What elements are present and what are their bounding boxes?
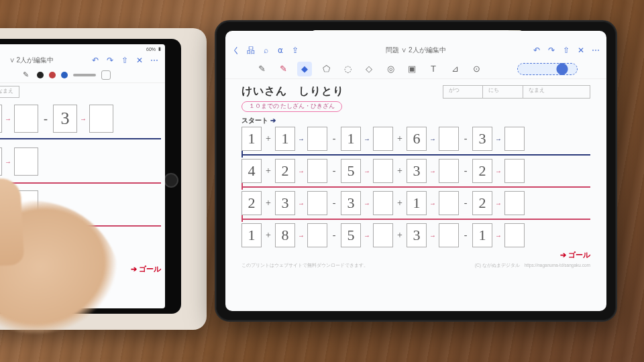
thickness-slider[interactable] xyxy=(73,74,96,76)
connector-line xyxy=(241,154,590,156)
digit-box[interactable]: 1 xyxy=(341,127,361,151)
back-icon[interactable]: く xyxy=(232,46,240,54)
export-icon[interactable]: ⇧ xyxy=(562,46,570,54)
elements-tool[interactable]: ◎ xyxy=(383,62,398,76)
digit-box[interactable] xyxy=(504,127,525,151)
digit-box[interactable]: 6 xyxy=(0,105,2,133)
close-icon[interactable]: ✕ xyxy=(577,46,585,54)
digit-box[interactable] xyxy=(439,127,459,151)
digit-box[interactable]: 2 xyxy=(472,191,492,215)
operator: + xyxy=(264,230,273,241)
day-cell[interactable]: にち xyxy=(483,85,523,99)
digit-box[interactable]: 4 xyxy=(241,159,262,183)
more-icon[interactable]: ⋯ xyxy=(592,46,600,54)
digit-box[interactable]: 3 xyxy=(407,223,427,247)
digit-box[interactable] xyxy=(504,191,525,215)
more-icon[interactable]: ⋯ xyxy=(150,56,158,64)
swatch-red[interactable] xyxy=(49,72,56,78)
digit-box[interactable] xyxy=(307,159,327,183)
digit-box[interactable] xyxy=(373,127,393,151)
footer-right: (C) ながぬまデジタル https://naganuma-td/sangaku… xyxy=(475,263,590,269)
export-icon[interactable]: ⇧ xyxy=(121,56,129,64)
left-topbar: ∨ 2人が編集中 ↶ ↷ ⇧ ✕ ⋯ xyxy=(0,54,165,67)
search-icon[interactable]: ⌕ xyxy=(262,46,270,54)
right-topbar: く 品 ⌕ ⍺ ⇪ 問題 ∨ 2人が編集中 ↶ ↷ ⇧ ✕ ⋯ xyxy=(225,42,606,59)
name-box: がつ にち なまえ xyxy=(443,85,590,99)
swatch-blue[interactable] xyxy=(61,72,68,78)
doc-title[interactable]: 問題 ∨ 2人が編集中 xyxy=(299,46,533,55)
grid-icon[interactable]: 品 xyxy=(247,46,255,54)
close-icon[interactable]: ✕ xyxy=(136,56,144,64)
pointer-tool[interactable]: ⊙ xyxy=(469,62,484,76)
redo-icon[interactable]: ↷ xyxy=(547,46,555,54)
connector-line xyxy=(241,219,590,220)
opacity-icon[interactable] xyxy=(101,70,111,80)
digit-box[interactable]: 1 xyxy=(275,127,295,151)
digit-box[interactable]: 3 xyxy=(472,127,492,151)
digit-box[interactable]: 1 xyxy=(241,223,262,247)
digit-box[interactable] xyxy=(504,223,525,247)
arrow-icon: → xyxy=(4,115,12,123)
pen-tool[interactable]: ✎ xyxy=(254,62,269,76)
digit-box[interactable]: 3 xyxy=(275,191,295,215)
right-tablet: く 品 ⌕ ⍺ ⇪ 問題 ∨ 2人が編集中 ↶ ↷ ⇧ ✕ ⋯ ✎ ✎ ◆ ⬠ … xyxy=(215,20,617,322)
eraser-tool[interactable]: ⬠ xyxy=(319,62,333,76)
digit-box[interactable] xyxy=(439,159,459,183)
undo-icon[interactable]: ↶ xyxy=(533,46,541,54)
pen-tool-2[interactable]: ✎ xyxy=(276,62,290,76)
digit-box[interactable] xyxy=(373,223,393,247)
digit-box[interactable] xyxy=(14,147,38,176)
swatch-black[interactable] xyxy=(37,72,44,78)
undo-icon[interactable]: ↶ xyxy=(91,56,99,64)
text-tool[interactable]: T xyxy=(426,62,441,76)
arrow-icon: → xyxy=(429,168,437,175)
digit-box[interactable] xyxy=(439,223,459,247)
month-cell[interactable]: がつ xyxy=(443,85,483,99)
digit-box[interactable]: 5 xyxy=(341,159,361,183)
name-cell[interactable]: なまえ xyxy=(523,85,590,99)
operator: + xyxy=(395,166,405,176)
redo-icon[interactable]: ↷ xyxy=(106,56,114,64)
digit-box[interactable] xyxy=(307,191,327,215)
home-button[interactable] xyxy=(164,173,178,188)
bookmark-icon[interactable]: ⍺ xyxy=(276,46,284,54)
digit-box[interactable] xyxy=(14,105,38,133)
digit-box[interactable]: 1 xyxy=(407,191,427,215)
status-bar: 60% ▮ xyxy=(0,44,165,54)
digit-box[interactable] xyxy=(439,191,459,215)
digit-box[interactable]: 2 xyxy=(472,159,492,183)
digit-box[interactable]: 3 xyxy=(53,105,77,133)
image-tool[interactable]: ▣ xyxy=(405,62,419,76)
digit-box[interactable]: 1 xyxy=(241,127,262,151)
digit-box[interactable]: 3 xyxy=(341,191,361,215)
share-icon[interactable]: ⇪ xyxy=(291,46,299,54)
connector-line xyxy=(0,182,161,184)
digit-box[interactable]: 2 xyxy=(241,191,262,215)
digit-box[interactable] xyxy=(307,223,327,247)
lasso-tool[interactable]: ◌ xyxy=(340,62,355,76)
arrow-icon: → xyxy=(297,232,305,239)
digit-box[interactable] xyxy=(89,105,113,133)
connector-line xyxy=(0,138,161,139)
shapes-tool[interactable]: ◇ xyxy=(362,62,376,76)
color-picker[interactable] xyxy=(517,63,578,75)
digit-box[interactable]: 8 xyxy=(275,223,295,247)
name-cell: なまえ xyxy=(0,86,19,98)
digit-box[interactable] xyxy=(373,191,393,215)
ruler-tool[interactable]: ⊿ xyxy=(447,62,462,76)
digit-box[interactable]: 3 xyxy=(407,159,427,183)
pen-tool[interactable]: ✎ xyxy=(19,69,32,81)
digit-box[interactable] xyxy=(373,159,393,183)
digit-box[interactable]: 2 xyxy=(0,147,2,176)
operator: + xyxy=(264,133,273,144)
highlighter-tool[interactable]: ◆ xyxy=(297,62,312,76)
problem-row: 2+3→-3→+1→-2→ xyxy=(241,191,590,215)
digit-box[interactable] xyxy=(307,127,327,151)
digit-box[interactable]: 6 xyxy=(407,127,427,151)
digit-box[interactable]: 2 xyxy=(275,159,295,183)
battery-icon: ▮ xyxy=(158,46,161,52)
digit-box[interactable]: 5 xyxy=(341,223,361,247)
digit-box[interactable] xyxy=(504,159,525,183)
digit-box[interactable]: 1 xyxy=(472,223,492,247)
operator: - xyxy=(461,166,470,176)
